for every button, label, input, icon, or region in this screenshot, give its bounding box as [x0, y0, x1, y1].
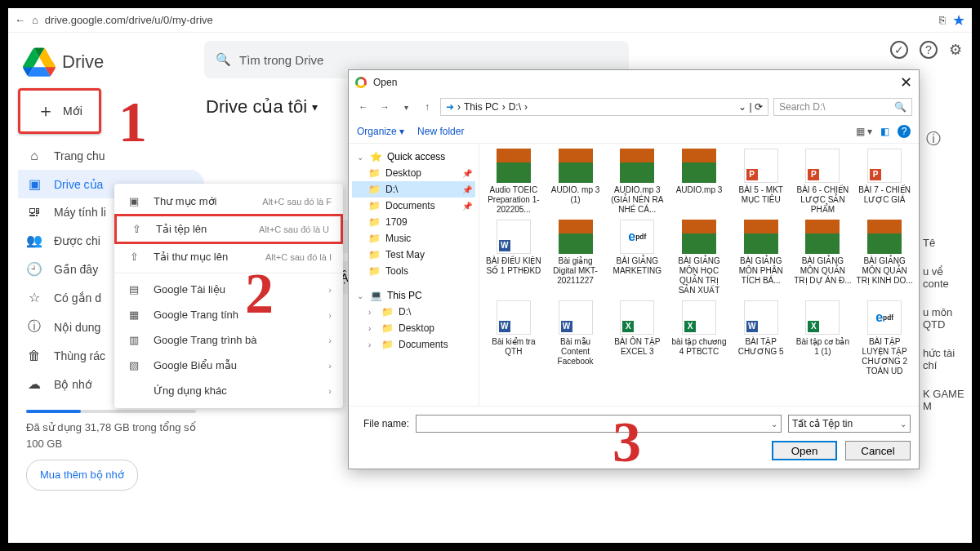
- tree-node[interactable]: 📁Music: [352, 230, 475, 247]
- crumb-seg[interactable]: This PC: [464, 101, 499, 113]
- tree-node[interactable]: 📁Desktop📌: [352, 165, 475, 181]
- storage-bar: [26, 410, 196, 413]
- crumb-seg[interactable]: D:\: [509, 101, 521, 113]
- tree-node[interactable]: 📁D:\📌: [352, 181, 475, 198]
- crumb-seg[interactable]: ›: [524, 101, 528, 113]
- nav-forward-icon[interactable]: →: [376, 101, 393, 113]
- nav-icon: 🖳: [26, 205, 42, 220]
- nav-label: Có gắn d: [54, 291, 101, 304]
- file-item[interactable]: Bài kiểm tra QTH: [484, 300, 543, 376]
- file-item[interactable]: BÀI 5 - MKT MỤC TIÊU: [732, 149, 791, 215]
- dialog-search[interactable]: Search D:\ 🔍: [773, 98, 912, 116]
- nav-back-icon[interactable]: ←: [355, 101, 372, 113]
- file-item[interactable]: BÀI TẬP CHƯƠNG 5: [732, 300, 791, 376]
- file-item[interactable]: BÀI 7 - CHIẾN LƯỢC GIÁ: [855, 149, 914, 215]
- submenu-arrow-icon: ›: [328, 386, 332, 396]
- menu-item[interactable]: ▧Google Biểu mẫu›: [114, 353, 343, 378]
- tree-node[interactable]: ›📁Documents: [352, 336, 475, 353]
- crumb-dropdown-icon[interactable]: ⌄ | ⟳: [738, 101, 763, 113]
- tree-node[interactable]: ›📁Desktop: [352, 320, 475, 336]
- tree-node[interactable]: 📁Documents📌: [352, 198, 475, 214]
- info-icon[interactable]: ⓘ: [926, 129, 941, 149]
- file-item[interactable]: epdfBÀI TẬP LUYỆN TẬP CHƯƠNG 2 TOÁN UD: [855, 300, 914, 376]
- close-icon[interactable]: ✕: [900, 73, 912, 91]
- file-type-filter[interactable]: Tất cả Tệp tin ⌄: [788, 415, 911, 433]
- file-item[interactable]: Bài tập cơ bản 1 (1): [794, 300, 853, 376]
- crumb-seg[interactable]: ›: [502, 101, 506, 113]
- menu-item[interactable]: ▤Google Tài liệu›: [114, 277, 343, 302]
- file-item[interactable]: BÀI GIẢNG MÔN QUẢN TRỊ KINH DO...: [855, 220, 914, 295]
- preview-pane-icon[interactable]: ◧: [880, 126, 889, 137]
- bookmark-star-icon[interactable]: ★: [952, 11, 965, 29]
- sidebar-item[interactable]: ⌂Trang chu: [18, 142, 204, 170]
- menu-item[interactable]: Ứng dụng khác›: [114, 378, 343, 403]
- menu-item[interactable]: ▣Thư mục mớiAlt+C sau đó là F: [114, 189, 343, 214]
- file-item[interactable]: AUDIO.mp 3: [670, 149, 728, 215]
- file-thumb: [620, 149, 654, 183]
- chevron-down-icon[interactable]: ⌄: [771, 420, 777, 429]
- open-button[interactable]: Open: [772, 441, 837, 460]
- tree-node[interactable]: 📁1709: [352, 214, 475, 230]
- breadcrumb[interactable]: ➜ › This PC › D:\ › ⌄ | ⟳: [440, 98, 768, 116]
- file-item[interactable]: bài tập chương 4 PTBCTC: [670, 300, 728, 376]
- nav-icon: 🕘: [26, 261, 42, 277]
- tree-node[interactable]: 📁Tools: [352, 263, 475, 279]
- file-item[interactable]: BÀI GIẢNG MÔN QUẢN TRỊ DỰ ÁN Đ...: [794, 220, 853, 295]
- cancel-button[interactable]: Cancel: [845, 441, 911, 460]
- lock-icon: ⌂: [32, 14, 38, 26]
- file-item[interactable]: AUDIO.mp 3 (GIẢI NÉN RA NHÉ CÁ...: [608, 149, 666, 215]
- file-item[interactable]: BÀI GIẢNG MÔN HỌC QUẢN TRỊ SẢN XUẤT: [670, 220, 728, 295]
- file-label: BÀI ÔN TẬP EXCEL 3: [608, 337, 666, 357]
- file-label: BÀI GIẢNG MARKETING: [608, 256, 666, 276]
- tree-node[interactable]: ⌄💻This PC: [352, 287, 475, 304]
- url-text[interactable]: drive.google.com/drive/u/0/my-drive: [45, 14, 933, 26]
- menu-item[interactable]: ⇧Tải tệp lênAlt+C sau đó là U: [114, 214, 343, 244]
- tree-node[interactable]: ⌄⭐Quick access: [352, 149, 475, 165]
- new-folder-button[interactable]: New folder: [417, 126, 464, 137]
- nav-label: Trang chu: [54, 149, 105, 162]
- file-item[interactable]: BÀI ĐIỀU KIỆN SỐ 1 PTHĐKD: [484, 220, 543, 295]
- file-thumb: [682, 149, 716, 183]
- cut-text: u về conte: [923, 265, 965, 290]
- file-item[interactable]: epdfBÀI GIẢNG MARKETING: [608, 220, 666, 295]
- file-item[interactable]: AUDIO. mp 3 (1): [546, 149, 605, 215]
- file-item[interactable]: BÀI 6 - CHIẾN LƯỢC SẢN PHẨM: [794, 149, 853, 215]
- tree-node[interactable]: 📁Test May: [352, 247, 475, 263]
- file-name-label: File name:: [357, 418, 409, 429]
- file-item[interactable]: BÀI GIẢNG MÔN PHÂN TÍCH BÁ...: [732, 220, 791, 295]
- file-label: Bài kiểm tra QTH: [484, 337, 543, 357]
- new-button-label: Mới: [63, 104, 82, 118]
- install-icon[interactable]: ⎘: [939, 14, 946, 26]
- folder-tree: ⌄⭐Quick access📁Desktop📌📁D:\📌📁Documents📌📁…: [349, 144, 479, 406]
- menu-item[interactable]: ▥Google Trang trình bà›: [114, 327, 343, 353]
- view-mode-icon[interactable]: ▦ ▾: [856, 126, 872, 137]
- settings-icon[interactable]: ⚙: [949, 41, 962, 59]
- crumb-seg[interactable]: ›: [457, 101, 461, 113]
- file-item[interactable]: Bài mẫu Content Facebook: [546, 300, 605, 376]
- file-item[interactable]: Bài giảng Digital MKT-20211227: [546, 220, 605, 295]
- file-item[interactable]: BÀI ÔN TẬP EXCEL 3: [608, 300, 666, 376]
- menu-item-icon: ▥: [126, 334, 142, 346]
- nav-up-icon[interactable]: ↑: [419, 101, 435, 113]
- file-name-input[interactable]: ⌄: [416, 415, 782, 433]
- help-icon[interactable]: ?: [920, 41, 938, 59]
- chevron-down-icon[interactable]: ▾: [312, 100, 318, 113]
- new-button[interactable]: ＋ Mới: [18, 88, 101, 134]
- file-label: BÀI TẬP LUYỆN TẬP CHƯƠNG 2 TOÁN UD: [855, 337, 914, 376]
- ready-icon[interactable]: ✓: [890, 41, 908, 59]
- annotation-2: 2: [245, 261, 274, 327]
- dialog-help-icon[interactable]: ?: [898, 125, 911, 138]
- tree-node[interactable]: ›📁D:\: [352, 304, 475, 320]
- file-item[interactable]: Audio TOEIC Preparation 1-202205...: [484, 149, 543, 215]
- cut-off-list: Têu về conteu môn QTDhức tài chíK GAME M: [923, 237, 972, 412]
- back-icon[interactable]: ←: [15, 14, 25, 26]
- file-label: BÀI 6 - CHIẾN LƯỢC SẢN PHẨM: [794, 185, 853, 215]
- organize-button[interactable]: Organize ▾: [357, 126, 404, 137]
- nav-icon: ⌂: [26, 149, 42, 163]
- menu-item[interactable]: ▦Google Trang tính›: [114, 302, 343, 327]
- menu-item[interactable]: ⇧Tải thư mục lênAlt+C sau đó là I: [114, 244, 343, 269]
- buy-storage-button[interactable]: Mua thêm bộ nhớ: [26, 460, 138, 491]
- nav-recent-icon[interactable]: ▾: [398, 103, 414, 112]
- file-thumb: [867, 149, 902, 183]
- chevron-down-icon[interactable]: ⌄: [900, 420, 906, 429]
